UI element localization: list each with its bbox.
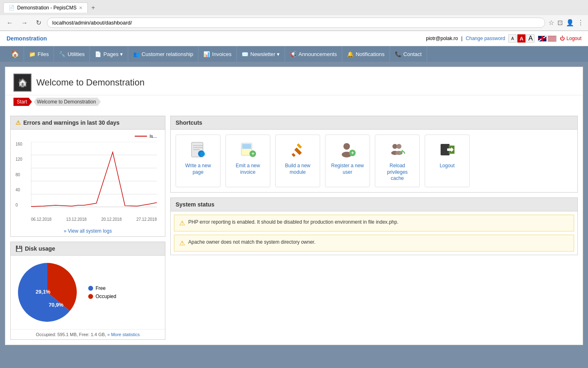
change-password-link[interactable]: Change password <box>466 36 506 41</box>
shortcut-emit-invoice[interactable]: + Emit a new invoice <box>225 135 270 187</box>
logout-button[interactable]: ⏻ Logout <box>560 36 581 41</box>
y-label-120: 120 <box>16 157 22 162</box>
emit-invoice-label: Emit a new invoice <box>231 163 265 175</box>
shortcut-write-page[interactable]: 🌐 Write a new page <box>176 135 220 187</box>
user-email: piotr@polak.ro <box>426 36 458 41</box>
extensions-button[interactable]: ⊡ <box>557 19 563 27</box>
pie-occupied-label: 29,1% <box>36 289 51 295</box>
files-icon: 📁 <box>29 51 36 57</box>
more-statistics-link[interactable]: » More statistics <box>107 332 140 337</box>
header-right: piotr@polak.ro | Change password A A A ⏻… <box>426 34 581 43</box>
svg-rect-18 <box>294 148 302 155</box>
shortcut-logout[interactable]: Logout <box>425 135 470 187</box>
reload-cache-label: Reload privileges cache <box>380 163 414 182</box>
nav-item-invoices[interactable]: 📊 Invoices <box>198 46 237 62</box>
profile-button[interactable]: 👤 <box>566 19 574 27</box>
nav-item-contact[interactable]: 📞 Contact <box>390 46 427 62</box>
chart-line <box>31 152 157 206</box>
disk-chart-container: 29,1% 70,9% Free Occupied <box>11 256 165 329</box>
disk-usage-panel: 💾 Disk usage 29,1% 70,9% <box>10 242 165 340</box>
chart-legend: Is... <box>15 134 161 139</box>
new-tab-button[interactable]: + <box>91 4 95 11</box>
build-module-icon <box>288 140 307 159</box>
browser-chrome: 📄 Demonstration - PepisCMS ✕ + ← → ↻ ☆ ⊡… <box>0 0 588 31</box>
svg-rect-14 <box>242 144 251 149</box>
svg-point-20 <box>343 143 350 150</box>
disk-legend: Free Occupied <box>88 285 116 299</box>
write-page-icon: 🌐 <box>188 140 208 159</box>
nav-item-files[interactable]: 📁 Files <box>24 46 54 62</box>
disk-icon: 💾 <box>16 245 22 252</box>
system-status-header: System status <box>171 198 577 211</box>
svg-text:+: + <box>252 151 254 157</box>
pie-free-label: 70,9% <box>49 302 64 308</box>
font-medium-button[interactable]: A <box>517 34 526 43</box>
x-axis-labels: 06.12.2018 13.12.2018 20.12.2018 27.12.2… <box>31 217 157 222</box>
breadcrumb-start[interactable]: Start <box>13 98 32 106</box>
bookmark-button[interactable]: ☆ <box>548 19 554 27</box>
system-status-body: ⚠ PHP error reporting is enabled. It sho… <box>171 215 577 251</box>
page-header: 🏠 Welcome to Demonstration <box>5 67 583 95</box>
y-label-80: 80 <box>16 173 22 177</box>
contact-icon: 📞 <box>395 51 401 57</box>
nav-bar: 🏠 📁 Files 🔧 Utilities 📄 Pages ▾ 👥 Custom… <box>0 46 588 62</box>
font-size-controls: A A A <box>508 34 535 43</box>
language-flags <box>538 36 557 42</box>
disk-panel-header: 💾 Disk usage <box>11 242 165 256</box>
announcements-icon: 📢 <box>290 51 296 57</box>
y-axis-labels: 160 120 80 40 0 <box>16 142 22 207</box>
nav-item-home[interactable]: 🏠 <box>7 46 24 62</box>
pages-icon: 📄 <box>95 51 101 57</box>
nav-item-customer-relationship[interactable]: 👥 Customer relationship <box>128 46 198 62</box>
flag-us[interactable] <box>548 36 557 42</box>
font-large-button[interactable]: A <box>526 34 535 43</box>
reload-button[interactable]: ↻ <box>33 18 44 27</box>
power-icon: ⏻ <box>560 36 565 41</box>
reload-cache-icon <box>388 140 407 159</box>
x-label-4: 27.12.2018 <box>136 217 157 222</box>
nav-item-notifications[interactable]: 🔔 Notifications <box>342 46 390 62</box>
pie-chart: 29,1% 70,9% <box>15 260 80 325</box>
svg-text:🌐: 🌐 <box>200 151 205 157</box>
browser-titlebar: 📄 Demonstration - PepisCMS ✕ + <box>0 0 588 15</box>
nav-item-newsletter[interactable]: ✉️ Newsletter ▾ <box>237 46 285 62</box>
svg-rect-19 <box>292 153 296 157</box>
app-logo[interactable]: Demonstration <box>7 35 47 42</box>
nav-item-announcements[interactable]: 📢 Announcements <box>285 46 342 62</box>
chart-container: Is... <box>11 130 165 226</box>
shortcut-reload-cache[interactable]: Reload privileges cache <box>375 135 420 187</box>
crm-icon: 👥 <box>133 51 140 57</box>
svg-point-26 <box>396 144 401 149</box>
x-label-1: 06.12.2018 <box>31 217 51 222</box>
warning-triangle-icon: ⚠ <box>16 119 21 126</box>
nav-item-pages[interactable]: 📄 Pages ▾ <box>90 46 128 62</box>
nav-item-utilities[interactable]: 🔧 Utilities <box>54 46 90 62</box>
flag-uk[interactable] <box>538 36 547 42</box>
menu-button[interactable]: ⋮ <box>577 19 584 27</box>
view-logs-link[interactable]: » View all system logs <box>11 226 165 236</box>
main-wrapper: 🏠 Welcome to Demonstration Start Welcome… <box>0 62 588 350</box>
right-column: Shortcuts 🌐 <box>170 116 578 340</box>
notifications-icon: 🔔 <box>347 51 354 57</box>
page-header-icon: 🏠 <box>13 74 31 92</box>
logout-shortcut-label: Logout <box>440 163 455 169</box>
tab-close-button[interactable]: ✕ <box>79 5 82 11</box>
view-logs-anchor[interactable]: » View all system logs <box>64 228 112 234</box>
browser-tab[interactable]: 📄 Demonstration - PepisCMS ✕ <box>3 2 88 13</box>
warning-php-error: ⚠ PHP error reporting is enabled. It sho… <box>174 215 574 231</box>
forward-button[interactable]: → <box>19 18 30 27</box>
left-column: ⚠ Errors and warnings in last 30 days Is… <box>10 116 165 340</box>
breadcrumb-current: Welcome to Demonstration <box>33 98 101 106</box>
separator: | <box>461 36 462 41</box>
back-button[interactable]: ← <box>4 18 16 27</box>
shortcut-build-module[interactable]: Build a new module <box>275 135 320 187</box>
page-header-logo: 🏠 <box>18 78 28 88</box>
browser-toolbar-right: ☆ ⊡ 👤 ⋮ <box>548 19 584 27</box>
shortcut-register-user[interactable]: + Register a new user <box>325 135 370 187</box>
occupied-dot <box>88 294 93 299</box>
address-bar[interactable] <box>47 18 545 28</box>
utilities-icon: 🔧 <box>59 51 65 57</box>
tab-title: Demonstration - PepisCMS <box>17 5 76 11</box>
font-small-button[interactable]: A <box>508 34 517 43</box>
app-header: Demonstration piotr@polak.ro | Change pa… <box>0 31 588 46</box>
